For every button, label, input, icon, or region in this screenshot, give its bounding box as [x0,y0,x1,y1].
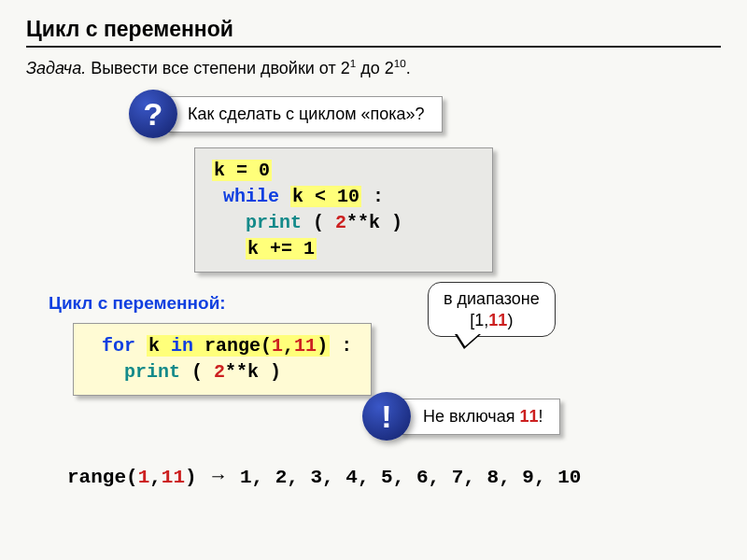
code-text: **k ) [225,361,281,383]
range-speech-bubble: в диапазоне [1,11) [428,282,556,337]
kw-for: for [91,335,135,357]
range-text: ) [507,311,513,329]
task-mid: до 2 [356,59,394,77]
question-mark-icon: ? [129,90,177,138]
code-for-box: for k in range(1,11) : print ( 2**k ) [73,323,372,396]
range-text: [1, [470,311,488,329]
code-text: ( [302,212,335,233]
code-num: 11 [294,335,317,357]
arrow-icon: → [208,465,228,486]
task-end: . [406,59,411,77]
code-text: ( [180,361,214,383]
code-while-box: k = 0 while k < 10 : print ( 2**k ) k +=… [194,147,493,273]
question-callout: ? Как сделать с циклом «пока»? [129,90,721,138]
task-text: Задача. Вывести все степени двойки от 21… [26,57,721,78]
code-hl: k += 1 [246,238,317,259]
task-exp2: 10 [394,57,406,69]
code-text: range( [193,335,272,357]
code-hl: k = 0 [212,160,272,181]
code-hl: k < 10 [290,186,361,207]
range-callout-line1: в диапазоне [444,288,540,310]
range-close: ) [185,467,208,488]
page-title: Цикл с переменной [26,17,721,48]
exclamation-mark-icon: ! [362,392,411,441]
code-num: 2 [335,212,346,233]
range-num: 11 [488,311,507,329]
for-section-row: Цикл с переменной: for k in range(1,11) … [26,286,721,396]
speech-tail-icon [455,334,481,349]
exclamation-callout: ! Не включая 11! [362,392,721,441]
task-pre: Вывести все степени двойки от 2 [86,59,350,77]
code-hl: k in range(1,11) [147,335,330,357]
range-result: 1, 2, 3, 4, 5, 6, 7, 8, 9, 10 [228,467,581,488]
range-fn: range( [67,467,138,488]
range-callout-line2: [1,11) [444,310,540,331]
code-text [135,335,147,357]
code-num: 1 [272,335,283,357]
code-text: **k ) [346,212,402,233]
range-arg: 1 [138,467,150,488]
section-label: Цикл с переменной: [49,293,372,314]
kw-while: while [212,186,290,207]
excl-post: ! [538,407,543,426]
code-text [212,238,246,259]
kw-print: print [212,212,302,233]
range-arg: 11 [162,467,185,488]
task-label: Задача. [26,59,86,77]
range-sep: , [149,467,162,488]
code-text: : [330,335,352,357]
question-text: Как сделать с циклом «пока»? [166,96,443,133]
kw-print: print [91,361,180,383]
code-text: : [361,186,384,207]
exclamation-text: Не включая 11! [400,399,560,435]
code-text: k [148,335,171,357]
kw-in: in [171,335,193,357]
excl-pre: Не включая [423,407,519,426]
range-expansion: range(1,11) → 1, 2, 3, 4, 5, 6, 7, 8, 9,… [67,465,721,488]
code-num: 2 [214,361,225,383]
code-text: , [283,335,294,357]
code-text: ) [317,335,328,357]
task-body: Вывести все степени двойки от 21 до 210. [86,59,411,77]
excl-num: 11 [519,407,538,426]
